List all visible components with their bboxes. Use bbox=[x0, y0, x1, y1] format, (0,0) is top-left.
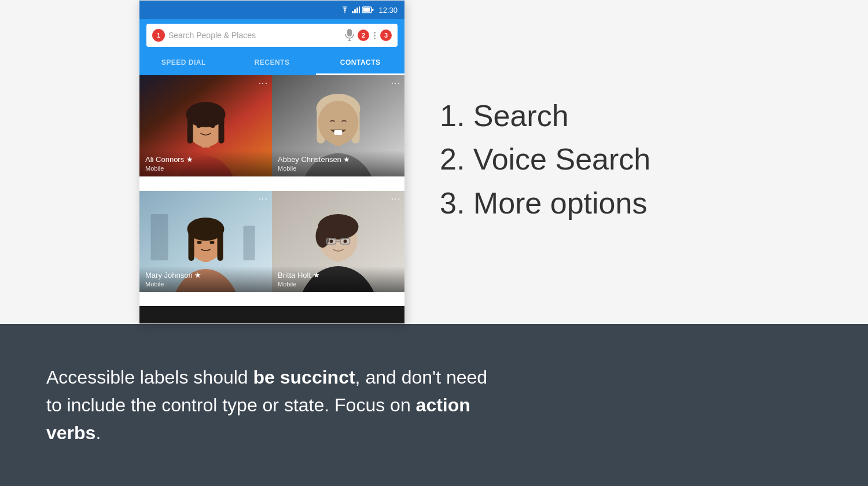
tab-speed-dial[interactable]: SPEED DIAL bbox=[139, 51, 228, 73]
svg-rect-30 bbox=[244, 226, 255, 260]
battery-icon bbox=[362, 6, 374, 13]
svg-rect-35 bbox=[189, 229, 194, 261]
feature-item-2: 2. Voice Search bbox=[440, 140, 833, 179]
search-placeholder: Search People & Places bbox=[168, 31, 341, 40]
svg-rect-7 bbox=[347, 29, 352, 36]
contact-card-mary[interactable]: ⋮ Mary Johnson ★ Mobile bbox=[139, 191, 272, 292]
signal-icon bbox=[352, 6, 360, 13]
britta-name: Britta Holt ★ bbox=[278, 271, 399, 279]
bottom-text-part3: . bbox=[95, 422, 101, 443]
svg-rect-16 bbox=[219, 115, 225, 143]
mary-name: Mary Johnson ★ bbox=[145, 271, 266, 279]
bottom-strip bbox=[139, 306, 404, 323]
bottom-section: Accessible labels should be succinct, an… bbox=[0, 324, 868, 486]
phone-mockup: 12:30 1 Search People & Places 2 bbox=[139, 0, 405, 324]
svg-rect-29 bbox=[151, 214, 168, 260]
svg-point-38 bbox=[210, 241, 215, 244]
feature-item-3: 3. More options bbox=[440, 184, 833, 223]
tabs-bar: SPEED DIAL RECENTS CONTACTS bbox=[139, 51, 404, 75]
mary-type: Mobile bbox=[145, 281, 266, 288]
mic-area: 2 3 bbox=[345, 29, 392, 42]
britta-type: Mobile bbox=[278, 281, 399, 288]
britta-overlay: Britta Holt ★ Mobile bbox=[272, 266, 404, 292]
mic-badge-2: 2 bbox=[358, 30, 369, 41]
mary-more-dots[interactable]: ⋮ bbox=[258, 194, 267, 204]
feature-list: 1. Search 2. Voice Search 3. More option… bbox=[440, 97, 833, 228]
abbey-name: Abbey Christensen ★ bbox=[278, 155, 399, 164]
svg-point-26 bbox=[318, 101, 359, 145]
more-dots-badge-area bbox=[374, 32, 376, 39]
wifi-icon bbox=[340, 6, 350, 13]
ali-name: Ali Connors ★ bbox=[145, 155, 266, 164]
bottom-caption: Accessible labels should be succinct, an… bbox=[46, 363, 498, 447]
svg-rect-6 bbox=[372, 9, 374, 11]
abbey-overlay: Abbey Christensen ★ Mobile bbox=[272, 150, 404, 176]
mary-overlay: Mary Johnson ★ Mobile bbox=[139, 266, 272, 292]
contact-card-britta[interactable]: ⋮ Britta Holt ★ Mobile bbox=[272, 191, 404, 292]
svg-rect-1 bbox=[354, 9, 356, 13]
contact-card-abbey[interactable]: ⋮ Abbey Christensen ★ Mobile bbox=[272, 75, 404, 176]
tab-contacts[interactable]: CONTACTS bbox=[316, 51, 404, 73]
ali-more-dots[interactable]: ⋮ bbox=[258, 79, 267, 89]
search-bar[interactable]: 1 Search People & Places 2 bbox=[139, 19, 404, 51]
svg-point-49 bbox=[344, 240, 347, 243]
svg-point-48 bbox=[330, 240, 333, 243]
search-badge-1: 1 bbox=[152, 29, 165, 42]
svg-rect-27 bbox=[334, 130, 343, 135]
contacts-grid: ⋮ Ali Connors ★ Mobile bbox=[139, 75, 404, 306]
top-section: 12:30 1 Search People & Places 2 bbox=[0, 0, 868, 324]
svg-rect-3 bbox=[359, 6, 360, 13]
abbey-type: Mobile bbox=[278, 165, 399, 172]
feature-item-1: 1. Search bbox=[440, 97, 833, 136]
right-panel: 1. Search 2. Voice Search 3. More option… bbox=[405, 0, 868, 324]
tab-recents[interactable]: RECENTS bbox=[228, 51, 317, 73]
svg-rect-5 bbox=[363, 8, 370, 12]
svg-point-17 bbox=[197, 124, 201, 128]
svg-point-18 bbox=[211, 124, 215, 128]
bottom-text-bold1: be succinct bbox=[253, 367, 355, 388]
more-badge-3: 3 bbox=[380, 30, 392, 41]
mic-icon[interactable] bbox=[345, 29, 354, 42]
svg-rect-36 bbox=[218, 229, 223, 261]
svg-point-37 bbox=[197, 241, 202, 244]
status-time: 12:30 bbox=[378, 6, 398, 14]
status-icons: 12:30 bbox=[340, 6, 398, 14]
search-input-area[interactable]: 1 Search People & Places 2 bbox=[146, 24, 398, 47]
ali-type: Mobile bbox=[145, 165, 266, 172]
ali-overlay: Ali Connors ★ Mobile bbox=[139, 150, 272, 176]
britta-more-dots[interactable]: ⋮ bbox=[391, 194, 400, 204]
bottom-text-part1: Accessible labels should bbox=[46, 367, 253, 388]
status-bar: 12:30 bbox=[139, 1, 404, 19]
svg-rect-0 bbox=[352, 11, 354, 13]
svg-rect-15 bbox=[187, 115, 193, 143]
contact-card-ali[interactable]: ⋮ Ali Connors ★ Mobile bbox=[139, 75, 272, 176]
abbey-more-dots[interactable]: ⋮ bbox=[391, 79, 400, 89]
svg-rect-2 bbox=[356, 8, 358, 13]
